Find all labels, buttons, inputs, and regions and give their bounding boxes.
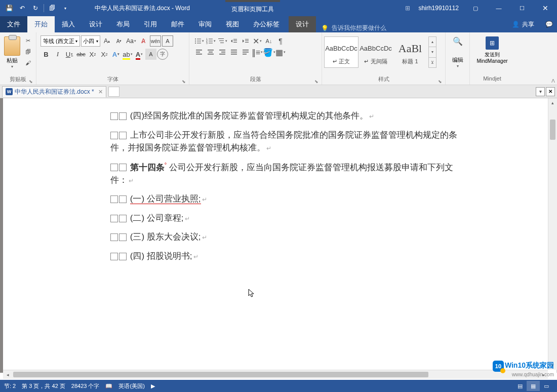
user-name[interactable]: shirh19910112 <box>414 5 464 12</box>
char-shading-icon[interactable]: A <box>145 49 156 60</box>
show-marks-icon[interactable]: ¶ <box>275 35 286 47</box>
phonetic-icon[interactable]: wén <box>150 35 161 47</box>
qat-customize-icon[interactable]: ▾ <box>59 2 71 14</box>
italic-button[interactable]: I <box>52 49 63 60</box>
status-section[interactable]: 节: 2 <box>4 382 16 390</box>
scroll-thumb-h[interactable] <box>13 372 428 377</box>
char-border-icon[interactable]: A <box>162 35 173 47</box>
redo-icon[interactable]: ↻ <box>29 2 42 14</box>
style-heading1[interactable]: AaBl标题 1 <box>393 36 427 68</box>
horizontal-scrollbar[interactable]: ◂ ▸ <box>3 370 548 379</box>
scroll-up-icon[interactable]: ▴ <box>548 98 557 107</box>
grow-font-icon[interactable]: A▴ <box>101 35 112 47</box>
styles-more-icon[interactable]: ⊻ <box>429 58 436 67</box>
send-to-mindmanager[interactable]: 发送到 MindManager <box>476 51 507 64</box>
scroll-thumb-v[interactable] <box>550 120 555 140</box>
highlight-icon[interactable]: ab▾ <box>122 49 133 60</box>
find-icon[interactable]: 🔍 <box>453 36 463 46</box>
minimize-button[interactable]: — <box>487 0 510 16</box>
scroll-left-icon[interactable]: ◂ <box>3 370 12 379</box>
touch-mode-icon[interactable]: ⊞ <box>402 2 414 14</box>
align-center-icon[interactable] <box>205 47 216 58</box>
styles-up-icon[interactable]: ▴ <box>429 37 436 47</box>
tab-bar-close-icon[interactable]: ✕ <box>546 87 555 96</box>
bold-button[interactable]: B <box>41 49 52 60</box>
increase-indent-icon[interactable] <box>240 35 251 47</box>
tab-dropdown-icon[interactable]: ▾ <box>536 87 545 96</box>
view-print-icon[interactable]: ▦ <box>527 381 540 391</box>
status-spellcheck-icon[interactable]: 📖 <box>105 383 112 389</box>
strikethrough-button[interactable]: abc <box>75 49 87 60</box>
tell-me-search[interactable]: 💡告诉我你想要做什么 <box>316 24 505 32</box>
maximize-button[interactable]: ☐ <box>510 0 534 16</box>
qat-more-icon[interactable]: 🗐 <box>46 2 58 14</box>
font-launcher-icon[interactable]: ⬊ <box>182 79 186 84</box>
styles-launcher-icon[interactable]: ⬊ <box>438 79 442 84</box>
document-tab[interactable]: W 中华人民共和国证券法.docx * ✕ <box>2 86 106 97</box>
font-size-combo[interactable]: 小四▾ <box>81 35 100 47</box>
paste-button[interactable]: 粘贴 <box>7 57 18 64</box>
tab-insert[interactable]: 插入 <box>55 16 82 32</box>
tab-office[interactable]: 办公标签 <box>246 16 287 32</box>
style-normal[interactable]: AaBbCcDc↵ 正文 <box>324 36 359 68</box>
comments-button[interactable]: 💬 <box>541 16 557 32</box>
tab-close-icon[interactable]: ✕ <box>98 89 103 95</box>
shrink-font-icon[interactable]: A▾ <box>113 35 125 47</box>
font-color-icon[interactable]: A▾ <box>134 49 145 60</box>
status-language[interactable]: 英语(美国) <box>118 382 144 390</box>
subscript-button[interactable]: X2 <box>87 49 98 60</box>
align-justify-icon[interactable] <box>228 47 240 58</box>
format-painter-icon[interactable]: 🖌 <box>23 58 33 68</box>
text-effects-icon[interactable]: A▾ <box>110 49 122 60</box>
tab-view[interactable]: 视图 <box>219 16 246 32</box>
tab-review[interactable]: 审阅 <box>191 16 219 32</box>
paste-icon[interactable] <box>4 36 20 56</box>
align-right-icon[interactable] <box>217 47 228 58</box>
decrease-indent-icon[interactable] <box>228 35 240 47</box>
tab-design[interactable]: 设计 <box>82 16 109 32</box>
tab-references[interactable]: 引用 <box>137 16 164 32</box>
document-canvas[interactable]: (四)经国务院批准的国务院证券监督管理机构规定的其他条件。↵ 上市公司非公开发行… <box>0 98 557 373</box>
tab-file[interactable]: 文件 <box>0 16 27 32</box>
sort-icon[interactable]: A↓ <box>263 35 274 47</box>
share-button[interactable]: 👤共享 <box>505 16 541 32</box>
vertical-scrollbar[interactable]: ▴ ▾ <box>548 98 557 370</box>
underline-button[interactable]: U▾ <box>64 49 75 60</box>
tab-layout[interactable]: 布局 <box>109 16 137 32</box>
clipboard-launcher-icon[interactable]: ⬊ <box>29 79 33 84</box>
clear-format-icon[interactable]: A̷ <box>138 35 149 47</box>
new-tab-button[interactable] <box>108 87 120 97</box>
tab-hf-design[interactable]: 设计 <box>289 16 316 32</box>
change-case-icon[interactable]: Aa▾ <box>126 35 137 47</box>
view-read-icon[interactable]: ▤ <box>513 381 527 391</box>
edit-button[interactable]: 编辑 <box>452 56 463 64</box>
align-left-icon[interactable] <box>193 47 205 58</box>
view-web-icon[interactable]: ▭ <box>540 381 553 391</box>
font-name-combo[interactable]: 等线 (西文正▾ <box>41 35 80 47</box>
numbering-icon[interactable]: 123▾ <box>205 35 216 47</box>
collapse-ribbon-icon[interactable]: ᐱ <box>551 78 555 84</box>
cut-icon[interactable]: ✂ <box>23 35 33 46</box>
multilevel-icon[interactable]: ▾ <box>217 35 228 47</box>
status-page[interactable]: 第 3 页，共 42 页 <box>22 382 65 390</box>
tab-mailings[interactable]: 邮件 <box>164 16 191 32</box>
tab-home[interactable]: 开始 <box>27 16 55 32</box>
styles-down-icon[interactable]: ▾ <box>429 47 436 57</box>
mindmanager-icon[interactable]: ⊞ <box>486 36 499 50</box>
shading-icon[interactable]: 🪣▾ <box>263 47 274 58</box>
bullets-icon[interactable]: ▾ <box>193 35 205 47</box>
copy-icon[interactable]: 🗐 <box>23 47 33 57</box>
status-words[interactable]: 28423 个字 <box>71 382 100 390</box>
borders-icon[interactable]: ▦▾ <box>275 47 286 58</box>
document-body[interactable]: (四)经国务院批准的国务院证券监督管理机构规定的其他条件。↵ 上市公司非公开发行… <box>34 98 541 262</box>
close-button[interactable]: ✕ <box>534 0 557 16</box>
superscript-button[interactable]: X2 <box>99 49 110 60</box>
align-distribute-icon[interactable] <box>240 47 251 58</box>
undo-icon[interactable]: ↶ <box>16 2 28 14</box>
ribbon-display-icon[interactable]: ▢ <box>464 0 487 16</box>
save-icon[interactable]: 💾 <box>3 2 15 14</box>
asian-layout-icon[interactable]: ✕▾ <box>252 35 263 47</box>
status-macro-icon[interactable]: ▶ <box>151 383 155 389</box>
line-spacing-icon[interactable]: ‖≡▾ <box>252 47 263 58</box>
style-nospacing[interactable]: AaBbCcDc↵ 无间隔 <box>359 36 393 68</box>
